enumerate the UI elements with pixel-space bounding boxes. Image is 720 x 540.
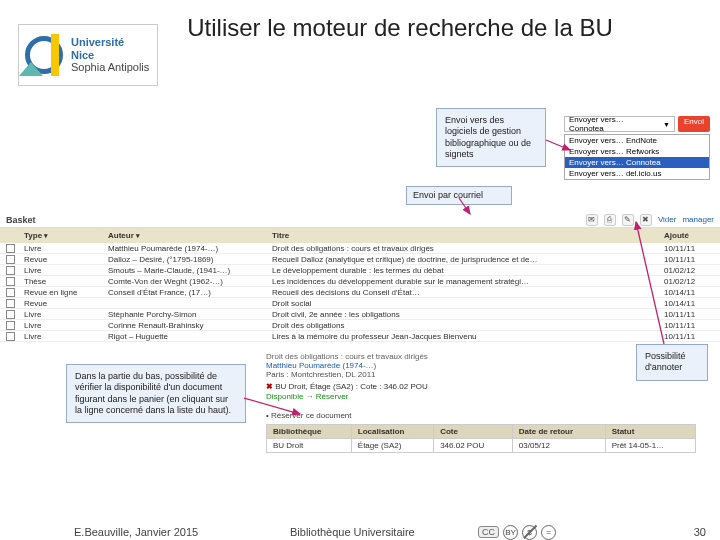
table-row[interactable]: LivreStéphanie Porchy-SimonDroit civil, … bbox=[0, 309, 720, 320]
holdings-table: Bibliothèque Localisation Cote Date de r… bbox=[266, 424, 696, 453]
cell-type: Revue bbox=[24, 255, 104, 264]
cell-ajoute: 10/11/11 bbox=[664, 244, 714, 253]
note-icon[interactable]: ✎ bbox=[622, 214, 634, 226]
basket-header-row: Type Auteur Titre Ajouté bbox=[0, 228, 720, 243]
university-logo: Université Nice Sophia Antipolis bbox=[18, 24, 158, 86]
cell-ajoute: 01/02/12 bbox=[664, 277, 714, 286]
detail-availability[interactable]: Disponible → Réserver bbox=[266, 392, 696, 401]
detail-publisher: Paris : Montchrestien, DL 2011 bbox=[266, 370, 696, 379]
table-row[interactable]: LivreCorinne Renault-BrahinskyDroit des … bbox=[0, 320, 720, 331]
hcell-statut: Prêt 14-05-1… bbox=[605, 439, 695, 453]
row-checkbox[interactable] bbox=[6, 332, 15, 341]
cell-type: Thèse bbox=[24, 277, 104, 286]
footer-author-date: E.Beauville, Janvier 2015 bbox=[74, 526, 198, 538]
row-checkbox[interactable] bbox=[6, 244, 15, 253]
detail-author[interactable]: Matthieu Poumarède (1974-…) bbox=[266, 361, 696, 370]
callout-envoi-logiciels: Envoi vers des logiciels de gestion bibl… bbox=[436, 108, 546, 167]
logo-text: Université Nice Sophia Antipolis bbox=[71, 36, 149, 74]
unavailable-icon: ✖ bbox=[266, 382, 273, 391]
cell-ajoute: 10/14/11 bbox=[664, 288, 714, 297]
hcell-bib: BU Droit bbox=[267, 439, 352, 453]
cell-type: Livre bbox=[24, 332, 104, 341]
hcol-cote: Cote bbox=[434, 425, 513, 439]
col-type[interactable]: Type bbox=[24, 231, 104, 240]
table-row[interactable]: ThèseComte-Von der Weght (1962-…)Les inc… bbox=[0, 276, 720, 287]
basket-manage-link[interactable]: manager bbox=[682, 215, 714, 224]
basket-label: Basket bbox=[6, 215, 36, 225]
row-checkbox[interactable] bbox=[6, 321, 15, 330]
table-row[interactable]: LivreMatthieu Poumarède (1974-…)Droit de… bbox=[0, 243, 720, 254]
cell-auteur: Comte-Von der Weght (1962-…) bbox=[108, 277, 268, 286]
reserve-link[interactable]: • Réserver ce document bbox=[266, 411, 696, 420]
cell-auteur: Smouts – Marie-Claude, (1941-…) bbox=[108, 266, 268, 275]
cell-auteur: Matthieu Poumarède (1974-…) bbox=[108, 244, 268, 253]
table-row[interactable]: Revue en ligneConseil d'État France, (17… bbox=[0, 287, 720, 298]
row-checkbox[interactable] bbox=[6, 288, 15, 297]
logo-mark-icon bbox=[23, 34, 65, 76]
envoyer-option-endnote[interactable]: Envoyer vers… EndNote bbox=[565, 135, 709, 146]
holdings-row[interactable]: BU Droit Étage (SA2) 346.02 POU 03/05/12… bbox=[267, 439, 696, 453]
print-icon[interactable]: ⎙ bbox=[604, 214, 616, 226]
row-checkbox[interactable] bbox=[6, 266, 15, 275]
logo-line2: Nice bbox=[71, 49, 149, 62]
hcell-loc: Étage (SA2) bbox=[351, 439, 433, 453]
detail-location-text: BU Droit, Étage (SA2) : Cote : 346.02 PO… bbox=[275, 382, 428, 391]
envoyer-button[interactable]: Envoi bbox=[678, 116, 710, 132]
envoyer-option-refworks[interactable]: Envoyer vers… Refworks bbox=[565, 146, 709, 157]
logo-line1: Université bbox=[71, 36, 149, 49]
table-row[interactable]: LivreRigot – HuguetteLires à la mémoire … bbox=[0, 331, 720, 342]
cell-type: Livre bbox=[24, 321, 104, 330]
detail-panel: Droit des obligations : cours et travaux… bbox=[266, 352, 696, 453]
hcol-bib: Bibliothèque bbox=[267, 425, 352, 439]
table-row[interactable]: RevueDalloz – Désiré, (°1795-1869)Recuei… bbox=[0, 254, 720, 265]
cell-ajoute: 10/14/11 bbox=[664, 299, 714, 308]
logo-line3: Sophia Antipolis bbox=[71, 61, 149, 74]
cc-nd-icon: = bbox=[541, 525, 556, 540]
cc-badge-icon: CC bbox=[478, 526, 499, 538]
cell-auteur: Corinne Renault-Brahinsky bbox=[108, 321, 268, 330]
row-checkbox[interactable] bbox=[6, 255, 15, 264]
detail-location: ✖ BU Droit, Étage (SA2) : Cote : 346.02 … bbox=[266, 382, 696, 391]
basket-clear-link[interactable]: Vider bbox=[658, 215, 677, 224]
row-checkbox[interactable] bbox=[6, 299, 15, 308]
envoyer-dropdown: Envoyer vers… EndNote Envoyer vers… Refw… bbox=[564, 134, 710, 180]
slide-number: 30 bbox=[694, 526, 706, 538]
cell-type: Livre bbox=[24, 266, 104, 275]
cc-license: CC BY $ = bbox=[478, 525, 556, 540]
table-row[interactable]: LivreSmouts – Marie-Claude, (1941-…)Le d… bbox=[0, 265, 720, 276]
col-ajoute[interactable]: Ajouté bbox=[664, 231, 714, 240]
delete-icon[interactable]: ✖ bbox=[640, 214, 652, 226]
hcol-statut: Statut bbox=[605, 425, 695, 439]
mail-icon[interactable]: ✉ bbox=[586, 214, 598, 226]
cell-ajoute: 10/11/11 bbox=[664, 255, 714, 264]
hcol-loc: Localisation bbox=[351, 425, 433, 439]
chevron-down-icon: ▼ bbox=[663, 121, 670, 128]
hcol-date: Date de retour bbox=[512, 425, 605, 439]
envoyer-select[interactable]: Envoyer vers… Connotea ▼ bbox=[564, 116, 675, 132]
cell-titre: Lires à la mémoire du professeur Jean-Ja… bbox=[272, 332, 660, 341]
callout-bas: Dans la partie du bas, possibilité de vé… bbox=[66, 364, 246, 423]
hcell-cote: 346.02 POU bbox=[434, 439, 513, 453]
cell-ajoute: 10/11/11 bbox=[664, 332, 714, 341]
row-checkbox[interactable] bbox=[6, 277, 15, 286]
cell-ajoute: 01/02/12 bbox=[664, 266, 714, 275]
cell-type: Revue bbox=[24, 299, 104, 308]
cell-type: Livre bbox=[24, 310, 104, 319]
cell-titre: Droit civil, 2e année : les obligations bbox=[272, 310, 660, 319]
cell-type: Revue en ligne bbox=[24, 288, 104, 297]
cell-auteur: Rigot – Huguette bbox=[108, 332, 268, 341]
envoyer-option-delicious[interactable]: Envoyer vers… del.icio.us bbox=[565, 168, 709, 179]
cc-nc-icon: $ bbox=[522, 525, 537, 540]
envoyer-option-connotea[interactable]: Envoyer vers… Connotea bbox=[565, 157, 709, 168]
hcell-date: 03/05/12 bbox=[512, 439, 605, 453]
table-row[interactable]: RevueDroit social10/14/11 bbox=[0, 298, 720, 309]
cell-titre: Recueil Dalloz (analytique et critique) … bbox=[272, 255, 660, 264]
cell-titre: Droit des obligations bbox=[272, 321, 660, 330]
cell-type: Livre bbox=[24, 244, 104, 253]
col-auteur[interactable]: Auteur bbox=[108, 231, 268, 240]
row-checkbox[interactable] bbox=[6, 310, 15, 319]
col-titre[interactable]: Titre bbox=[272, 231, 660, 240]
slide-title: Utiliser le moteur de recherche de la BU bbox=[180, 14, 620, 42]
envoyer-menu-area: Envoyer vers… Connotea ▼ Envoi Envoyer v… bbox=[564, 116, 710, 180]
cell-auteur: Stéphanie Porchy-Simon bbox=[108, 310, 268, 319]
